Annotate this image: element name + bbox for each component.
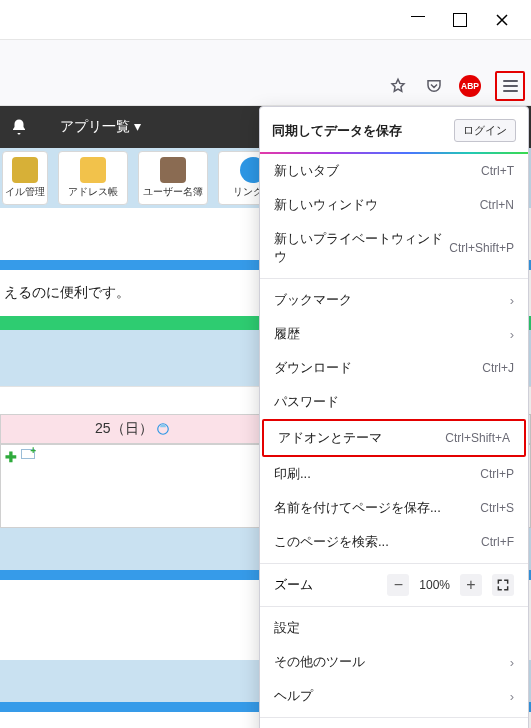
login-button[interactable]: ログイン	[454, 119, 516, 142]
chevron-right-icon: ›	[510, 655, 514, 670]
pocket-icon[interactable]	[423, 75, 445, 97]
minimize-button[interactable]	[411, 13, 425, 27]
app-list-dropdown[interactable]: アプリ一覧 ▾	[60, 118, 141, 136]
app-menu-button[interactable]	[495, 71, 525, 101]
app-label: イル管理	[5, 185, 45, 199]
menu-quit[interactable]: 終了Ctrl+Shift+Q	[260, 722, 528, 728]
adblock-icon[interactable]: ABP	[459, 75, 481, 97]
app-address-book[interactable]: アドレス帳	[58, 151, 128, 205]
menu-help[interactable]: ヘルプ›	[260, 679, 528, 713]
close-button[interactable]	[495, 13, 509, 27]
menu-passwords[interactable]: パスワード	[260, 385, 528, 419]
calendar-day-header: 25（日）	[0, 414, 266, 444]
menu-zoom: ズーム − 100% +	[260, 568, 528, 602]
app-menu-popup: 同期してデータを保存 ログイン 新しいタブCtrl+T 新しいウィンドウCtrl…	[259, 106, 529, 728]
menu-bookmarks[interactable]: ブックマーク›	[260, 283, 528, 317]
chevron-right-icon: ›	[510, 293, 514, 308]
zoom-in-button[interactable]: +	[460, 574, 482, 596]
chevron-right-icon: ›	[510, 689, 514, 704]
zoom-out-button[interactable]: −	[387, 574, 409, 596]
chevron-right-icon: ›	[510, 327, 514, 342]
zoom-percent: 100%	[419, 578, 450, 592]
menu-settings[interactable]: 設定	[260, 611, 528, 645]
fullscreen-button[interactable]	[492, 574, 514, 596]
menu-history[interactable]: 履歴›	[260, 317, 528, 351]
star-icon[interactable]	[387, 75, 409, 97]
app-user-list[interactable]: ユーザー名簿	[138, 151, 208, 205]
app-label: アドレス帳	[68, 185, 118, 199]
menu-addons-themes[interactable]: アドオンとテーマCtrl+Shift+A	[262, 419, 526, 457]
menu-new-private-window[interactable]: 新しいプライベートウィンドウCtrl+Shift+P	[260, 222, 528, 274]
calendar-cell[interactable]: ✚	[0, 444, 266, 528]
menu-new-window[interactable]: 新しいウィンドウCtrl+N	[260, 188, 528, 222]
menu-print[interactable]: 印刷...Ctrl+P	[260, 457, 528, 491]
menu-find[interactable]: このページを検索...Ctrl+F	[260, 525, 528, 559]
menu-other-tools[interactable]: その他のツール›	[260, 645, 528, 679]
sync-title: 同期してデータを保存	[272, 122, 402, 140]
maximize-button[interactable]	[453, 13, 467, 27]
tab-bar	[0, 40, 531, 66]
menu-downloads[interactable]: ダウンロードCtrl+J	[260, 351, 528, 385]
add-icon[interactable]: ✚	[5, 449, 17, 465]
bell-icon[interactable]	[8, 116, 30, 138]
menu-new-tab[interactable]: 新しいタブCtrl+T	[260, 154, 528, 188]
app-label: ユーザー名簿	[143, 185, 203, 199]
menu-save-as[interactable]: 名前を付けてページを保存...Ctrl+S	[260, 491, 528, 525]
app-file-manage[interactable]: イル管理	[2, 151, 48, 205]
note-add-icon[interactable]	[21, 449, 35, 459]
